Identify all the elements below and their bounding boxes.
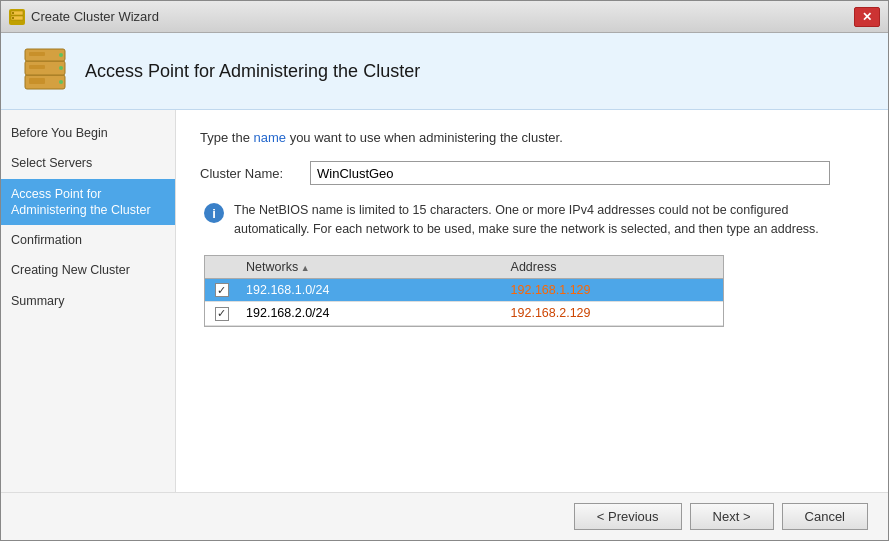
sidebar-item-confirmation[interactable]: Confirmation [1, 225, 175, 255]
table-row: ✓ 192.168.2.0/24 192.168.2.129 [205, 302, 723, 326]
header-title: Access Point for Administering the Clust… [85, 61, 420, 82]
header-area: Access Point for Administering the Clust… [1, 33, 888, 110]
app-icon [9, 9, 25, 25]
col-header-address: Address [503, 256, 723, 279]
row2-checkbox[interactable]: ✓ [215, 307, 229, 321]
next-button[interactable]: Next > [690, 503, 774, 530]
previous-button[interactable]: < Previous [574, 503, 682, 530]
main-area: Before You Begin Select Servers Access P… [1, 110, 888, 492]
info-text: The NetBIOS name is limited to 15 charac… [234, 201, 864, 239]
svg-point-8 [59, 66, 63, 70]
col-header-networks[interactable]: Networks [238, 256, 503, 279]
sidebar-item-access-point[interactable]: Access Point for Administering the Clust… [1, 179, 175, 226]
footer: < Previous Next > Cancel [1, 492, 888, 540]
header-icon [21, 47, 69, 95]
content-area: Type the name you want to use when admin… [176, 110, 888, 492]
svg-point-7 [59, 53, 63, 57]
col-header-check [205, 256, 238, 279]
svg-rect-3 [12, 17, 14, 19]
row1-network: 192.168.1.0/24 [238, 278, 503, 302]
svg-rect-11 [29, 65, 45, 69]
sidebar: Before You Begin Select Servers Access P… [1, 110, 176, 492]
svg-rect-12 [29, 78, 45, 84]
row1-address[interactable]: 192.168.1.129 [503, 278, 723, 302]
cluster-name-input[interactable] [310, 161, 830, 185]
cluster-name-label: Cluster Name: [200, 166, 300, 181]
row1-checkbox[interactable]: ✓ [215, 283, 229, 297]
intro-text: Type the name you want to use when admin… [200, 130, 864, 145]
svg-point-9 [59, 80, 63, 84]
sidebar-item-summary[interactable]: Summary [1, 286, 175, 316]
networks-table-container: Networks Address ✓ 192.168.1.0/24 192.16… [204, 255, 724, 327]
row2-address[interactable]: 192.168.2.129 [503, 302, 723, 326]
info-icon: i [204, 203, 224, 223]
title-bar: Create Cluster Wizard ✕ [1, 1, 888, 33]
svg-rect-2 [12, 12, 14, 14]
sidebar-item-select-servers[interactable]: Select Servers [1, 148, 175, 178]
sidebar-item-creating-new-cluster[interactable]: Creating New Cluster [1, 255, 175, 285]
cancel-button[interactable]: Cancel [782, 503, 868, 530]
title-bar-left: Create Cluster Wizard [9, 9, 159, 25]
wizard-window: Create Cluster Wizard ✕ Access Point for… [0, 0, 889, 541]
info-box: i The NetBIOS name is limited to 15 char… [200, 201, 864, 239]
svg-rect-10 [29, 52, 45, 56]
row2-network: 192.168.2.0/24 [238, 302, 503, 326]
title-text: Create Cluster Wizard [31, 9, 159, 24]
table-row: ✓ 192.168.1.0/24 192.168.1.129 [205, 278, 723, 302]
row1-check-cell[interactable]: ✓ [205, 278, 238, 302]
sidebar-item-before-you-begin[interactable]: Before You Begin [1, 118, 175, 148]
row2-check-cell[interactable]: ✓ [205, 302, 238, 326]
close-button[interactable]: ✕ [854, 7, 880, 27]
networks-table: Networks Address ✓ 192.168.1.0/24 192.16… [205, 256, 723, 326]
cluster-name-row: Cluster Name: [200, 161, 864, 185]
